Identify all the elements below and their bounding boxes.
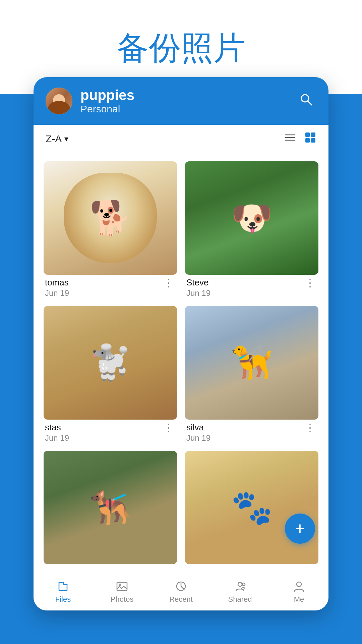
nav-label-me: Me [294, 595, 304, 604]
svg-rect-9 [117, 582, 127, 590]
file-name: tomas [45, 277, 162, 288]
svg-point-13 [242, 583, 245, 586]
nav-label-shared: Shared [228, 595, 252, 604]
svg-rect-6 [311, 132, 315, 137]
grid-view-button[interactable] [304, 131, 316, 146]
search-button[interactable] [296, 90, 316, 113]
file-thumbnail[interactable] [44, 306, 177, 419]
phone-card: puppies Personal Z-A ▾ [34, 77, 328, 610]
svg-rect-8 [311, 138, 315, 143]
nav-label-files: Files [55, 595, 71, 604]
file-item [185, 451, 318, 564]
svg-line-1 [308, 101, 312, 105]
file-thumbnail[interactable] [185, 161, 318, 275]
sort-control[interactable]: Z-A ▾ [46, 133, 68, 145]
nav-item-shared[interactable]: Shared [223, 580, 257, 604]
file-name: stas [45, 422, 162, 433]
file-item: Steve Jun 19 ⋮ [185, 161, 318, 298]
file-item [44, 451, 177, 564]
view-controls [284, 131, 316, 146]
avatar [46, 88, 72, 114]
nav-item-photos[interactable]: Photos [105, 580, 139, 604]
file-meta: silva Jun 19 [186, 422, 303, 443]
bottom-nav: Files Photos Recent [34, 574, 328, 610]
more-options-button[interactable]: ⋮ [303, 277, 317, 288]
nav-item-recent[interactable]: Recent [164, 580, 198, 604]
file-meta: Steve Jun 19 [186, 277, 303, 298]
file-thumbnail[interactable] [185, 451, 318, 564]
sort-chevron-icon: ▾ [64, 134, 68, 144]
svg-point-12 [238, 582, 242, 586]
more-options-button[interactable]: ⋮ [162, 277, 176, 288]
more-options-button[interactable]: ⋮ [303, 422, 317, 433]
file-meta: stas Jun 19 [45, 422, 162, 443]
nav-item-files[interactable]: Files [46, 580, 80, 604]
file-item: tomas Jun 19 ⋮ [44, 161, 177, 298]
sort-label: Z-A [46, 133, 62, 145]
file-name: silva [186, 422, 303, 433]
file-thumbnail[interactable] [44, 451, 177, 564]
nav-label-recent: Recent [169, 595, 193, 604]
folder-subtitle: Personal [80, 103, 288, 115]
list-view-button[interactable] [284, 131, 296, 146]
file-date: Jun 19 [186, 288, 303, 298]
avatar-image [46, 88, 72, 114]
add-button[interactable]: + [285, 514, 315, 544]
folder-name: puppies [80, 87, 288, 103]
header-text: puppies Personal [80, 87, 288, 115]
file-info: Steve Jun 19 ⋮ [185, 275, 318, 298]
page-title-text: 备份照片 [117, 27, 245, 70]
more-options-button[interactable]: ⋮ [162, 422, 176, 433]
files-grid: tomas Jun 19 ⋮ Steve Jun 19 ⋮ stas [34, 153, 328, 574]
file-meta: tomas Jun 19 [45, 277, 162, 298]
file-date: Jun 19 [45, 288, 162, 298]
nav-label-photos: Photos [111, 595, 134, 604]
nav-item-me[interactable]: Me [282, 580, 316, 604]
file-name: Steve [186, 277, 303, 288]
file-date: Jun 19 [186, 433, 303, 443]
file-info: silva Jun 19 ⋮ [185, 420, 318, 443]
toolbar: Z-A ▾ [34, 125, 328, 153]
file-item: silva Jun 19 ⋮ [185, 306, 318, 442]
file-info: stas Jun 19 ⋮ [44, 420, 177, 443]
svg-point-10 [119, 584, 121, 586]
svg-rect-7 [305, 138, 310, 143]
file-item: stas Jun 19 ⋮ [44, 306, 177, 442]
file-info: tomas Jun 19 ⋮ [44, 275, 177, 298]
app-header: puppies Personal [34, 77, 328, 125]
file-date: Jun 19 [45, 433, 162, 443]
file-thumbnail[interactable] [44, 161, 177, 275]
svg-point-14 [297, 582, 301, 587]
file-thumbnail[interactable] [185, 306, 318, 419]
svg-rect-5 [305, 132, 310, 137]
